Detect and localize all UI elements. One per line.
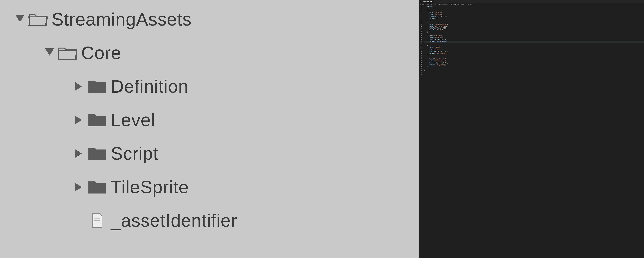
code-line[interactable]: { (424, 45, 644, 46)
code-area[interactable]: 7891011121314151617181920212223242526272… (419, 6, 644, 258)
tree-item-assetidentifier[interactable]: _assetIdentifier (13, 204, 419, 237)
line-number: 39 (419, 68, 422, 70)
code-line[interactable]: { (424, 33, 644, 35)
code-line[interactable]: "name": "conch-shell-broken", (424, 23, 644, 25)
breadcrumb-segment[interactable]: Definition (442, 4, 448, 5)
tree-label: StreamingAssets (49, 9, 192, 30)
code-line[interactable]: }, (424, 8, 644, 10)
line-number: 15 (419, 21, 422, 23)
line-number: 18 (419, 27, 422, 29)
svg-marker-4 (75, 149, 82, 158)
code-line[interactable]: }, (424, 19, 644, 21)
breadcrumb-segment[interactable]: Assets (420, 4, 424, 5)
line-number: 33 (419, 56, 422, 58)
collapse-arrow-icon[interactable] (72, 149, 86, 158)
code-line[interactable]: "sprite" : "soft-bodied", (424, 37, 644, 39)
tab-bar: { } TileDefine.json × ▢ ⋯ (419, 0, 644, 3)
expand-arrow-icon[interactable] (13, 15, 27, 24)
line-number: 41 (419, 72, 422, 74)
collapse-arrow-icon[interactable] (72, 183, 86, 192)
line-number: 14 (419, 19, 422, 21)
tree-label: _assetIdentifier (108, 210, 237, 231)
tree-label: TileSprite (108, 177, 189, 197)
line-number: 13 (419, 18, 422, 19)
line-number: 32 (419, 54, 422, 56)
tree-item-tilesprite[interactable]: TileSprite (13, 170, 419, 204)
tree-item-streamingassets[interactable]: StreamingAssets (13, 3, 419, 36)
code-line[interactable]: "sprite" : "seaweed", (424, 48, 644, 50)
breadcrumb-segment[interactable]: StreamingAssets (426, 4, 436, 5)
line-number: 19 (419, 29, 422, 31)
breadcrumb-bar[interactable]: Assets›StreamingAssets›Core›Definition›T… (419, 3, 644, 6)
code-line[interactable]: }, (424, 54, 644, 56)
line-number: 12 (419, 16, 422, 18)
code-line[interactable]: "behavior" : "Tile_SlowDown" (424, 52, 644, 54)
code-line[interactable]: } (424, 70, 644, 72)
code-line[interactable]: { (424, 56, 644, 58)
code-lines[interactable]: "Items": }, { "name": "conch-shell", "sp… (424, 6, 644, 258)
line-number: 40 (419, 70, 422, 72)
code-line[interactable]: { (424, 21, 644, 23)
collapse-arrow-icon[interactable] (72, 115, 86, 124)
tab-tiledefine-json[interactable]: { } TileDefine.json × (419, 0, 434, 3)
breadcrumb-segment[interactable]: behavior (468, 4, 473, 5)
tree-item-script[interactable]: Script (13, 137, 419, 170)
code-line[interactable]: }, (424, 43, 644, 45)
code-line[interactable] (424, 72, 644, 74)
code-line[interactable]: "name": "seaweed", (424, 46, 644, 48)
svg-marker-1 (45, 48, 54, 56)
code-line[interactable]: "name": "conch-shell", (424, 12, 644, 14)
line-number: 34 (419, 58, 422, 60)
line-gutter: 7891011121314151617181920212223242526272… (419, 6, 424, 258)
svg-marker-3 (75, 115, 82, 124)
breadcrumb-segment[interactable]: Core (438, 4, 441, 5)
code-line[interactable]: "spritePivot":{"x":0.5,"y":0.5}, (424, 16, 644, 18)
expand-arrow-icon[interactable] (42, 48, 57, 57)
tree-item-level[interactable]: Level (13, 103, 419, 137)
code-line[interactable]: { (424, 10, 644, 12)
line-number: 8 (419, 8, 422, 10)
line-number: 30 (419, 50, 422, 52)
code-line[interactable]: "sprite" : "living-black-mud", (424, 60, 644, 62)
breadcrumb-segment[interactable]: Items (461, 4, 464, 5)
breadcrumb-segment[interactable]: 3 (466, 4, 466, 5)
code-line[interactable]: "behavior" : "Tile_Broken" (424, 29, 644, 31)
code-line[interactable]: "spritePivot":{"x":0.5,"y":0.25}, (424, 50, 644, 52)
line-number: 10 (419, 12, 422, 14)
line-number: 28 (419, 46, 422, 48)
line-number: 37 (419, 64, 422, 66)
breadcrumb-segment[interactable]: TileDefine.json (450, 4, 459, 5)
tree-item-definition[interactable]: Definition (13, 70, 419, 103)
code-line[interactable]: }, (424, 31, 644, 33)
chevron-right-icon: › (437, 4, 438, 5)
line-number: 31 (419, 52, 422, 54)
code-line[interactable]: "Items": (424, 6, 644, 8)
code-line[interactable]: "spritePivot":{"x":0.5,"y":0.25}, (424, 62, 644, 64)
line-number: 24 (419, 39, 422, 41)
line-number: 25 (419, 41, 422, 43)
code-line[interactable]: "name": "soft-bodied", (424, 35, 644, 37)
collapse-arrow-icon[interactable] (72, 82, 86, 91)
tree-label: Script (108, 143, 158, 164)
code-line[interactable]: "spritePivot":{"x":0.5,"y":0.5}, (424, 27, 644, 29)
code-line[interactable]: "sprite": "conch-shell", (424, 14, 644, 16)
code-line[interactable]: ] (424, 68, 644, 70)
chevron-right-icon: › (449, 4, 450, 5)
tree-item-core[interactable]: Core (13, 36, 419, 70)
code-line[interactable]: "behavior" : "Tile_Bouncing" (424, 41, 644, 43)
tab-label: TileDefine.json (422, 1, 432, 3)
line-number: 20 (419, 31, 422, 33)
code-line[interactable]: "spritePivot":{"x":0.5,"y":0.5}, (424, 39, 644, 41)
folder-open-icon (57, 45, 78, 61)
code-line[interactable]: } (424, 66, 644, 68)
code-line[interactable] (424, 74, 644, 75)
code-line[interactable]: "behavior" : "" (424, 18, 644, 19)
code-line[interactable]: "name": "living-black-mud", (424, 58, 644, 60)
code-line[interactable]: "behavior" : "Tile_Damage" (424, 64, 644, 66)
svg-marker-5 (75, 183, 82, 192)
code-line[interactable]: "sprite" : "conch-shell-broken", (424, 25, 644, 27)
close-tab-icon[interactable]: × (432, 1, 434, 3)
chevron-right-icon: › (465, 4, 465, 5)
line-number: 29 (419, 48, 422, 50)
folder-icon (86, 112, 108, 128)
